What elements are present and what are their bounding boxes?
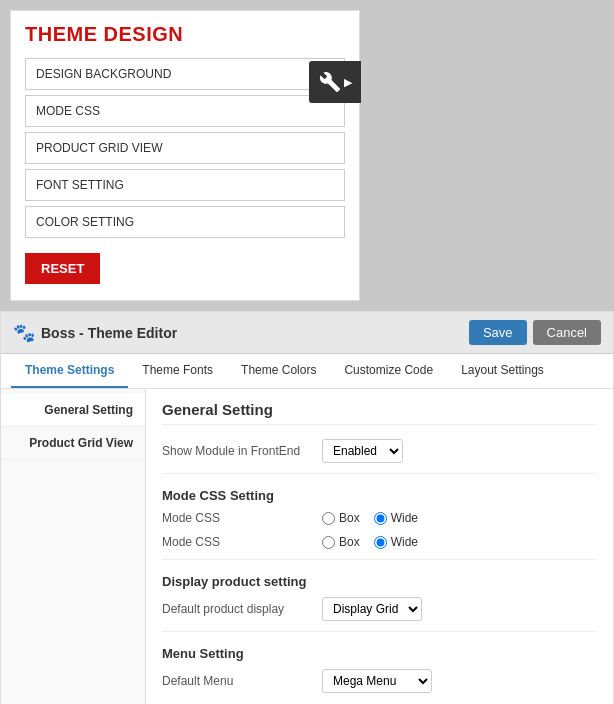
tabs-row: Theme Settings Theme Fonts Theme Colors … (1, 354, 613, 389)
default-product-select[interactable]: Display Grid Display List (322, 597, 422, 621)
main-content-area: General Setting Show Module in FrontEnd … (146, 389, 613, 704)
wrench-icon (319, 71, 341, 93)
show-module-row: Show Module in FrontEnd Enabled Disabled (162, 439, 597, 463)
default-menu-label: Default Menu (162, 674, 322, 688)
header-buttons: Save Cancel (469, 320, 601, 345)
menu-section-title: Menu Setting (162, 646, 597, 661)
show-module-select[interactable]: Enabled Disabled (322, 439, 403, 463)
mode-css-section-title: Mode CSS Setting (162, 488, 597, 503)
display-product-section-title: Display product setting (162, 574, 597, 589)
chevron-right-icon: ▶ (344, 76, 352, 89)
editor-header: 🐾 Boss - Theme Editor Save Cancel (1, 312, 613, 354)
menu-item-font-setting[interactable]: FONT SETTING (25, 169, 345, 201)
mode-css-box-label-2[interactable]: Box (322, 535, 360, 549)
mode-css-row-2: Mode CSS Box Wide (162, 535, 597, 549)
editor-title-wrap: 🐾 Boss - Theme Editor (13, 322, 177, 344)
cancel-button[interactable]: Cancel (533, 320, 601, 345)
menu-item-product-grid-view[interactable]: PRODUCT GRID VIEW (25, 132, 345, 164)
menu-items-list: DESIGN BACKGROUND MODE CSS PRODUCT GRID … (25, 58, 345, 238)
mode-css-wide-radio-1[interactable] (374, 512, 387, 525)
tab-theme-settings[interactable]: Theme Settings (11, 354, 128, 388)
default-menu-select[interactable]: Mega Menu Regular Menu (322, 669, 432, 693)
menu-item-design-background[interactable]: DESIGN BACKGROUND (25, 58, 345, 90)
mode-css-wide-label-1[interactable]: Wide (374, 511, 418, 525)
save-button[interactable]: Save (469, 320, 527, 345)
mode-css-label-1: Mode CSS (162, 511, 322, 525)
settings-sidebar: General Setting Product Grid View (1, 389, 146, 704)
editor-title: Boss - Theme Editor (41, 325, 177, 341)
theme-design-panel: THEME DESIGN DESIGN BACKGROUND MODE CSS … (10, 10, 360, 301)
mode-css-box-radio-1[interactable] (322, 512, 335, 525)
theme-editor-panel: 🐾 Boss - Theme Editor Save Cancel Theme … (0, 311, 614, 704)
mode-css-wide-label-2[interactable]: Wide (374, 535, 418, 549)
reset-button[interactable]: RESET (25, 253, 100, 284)
tab-theme-colors[interactable]: Theme Colors (227, 354, 330, 388)
default-product-label: Default product display (162, 602, 322, 616)
menu-item-color-setting[interactable]: COLOR SETTING (25, 206, 345, 238)
tab-customize-code[interactable]: Customize Code (330, 354, 447, 388)
mode-css-radio-group-1: Box Wide (322, 511, 418, 525)
theme-design-title: THEME DESIGN (25, 23, 345, 46)
default-product-row: Default product display Display Grid Dis… (162, 597, 597, 621)
content-wrap: General Setting Product Grid View Genera… (1, 389, 613, 704)
mode-css-label-2: Mode CSS (162, 535, 322, 549)
mode-css-box-radio-2[interactable] (322, 536, 335, 549)
divider-3 (162, 631, 597, 632)
show-module-label: Show Module in FrontEnd (162, 444, 322, 458)
sidebar-item-general-setting[interactable]: General Setting (1, 394, 145, 427)
tab-theme-fonts[interactable]: Theme Fonts (128, 354, 227, 388)
wrench-button[interactable]: ▶ (309, 61, 361, 103)
mode-css-row-1: Mode CSS Box Wide (162, 511, 597, 525)
boss-icon: 🐾 (13, 322, 35, 344)
tab-layout-settings[interactable]: Layout Settings (447, 354, 558, 388)
menu-item-mode-css[interactable]: MODE CSS (25, 95, 345, 127)
divider-2 (162, 559, 597, 560)
divider-1 (162, 473, 597, 474)
general-setting-title: General Setting (162, 401, 597, 425)
mode-css-box-label-1[interactable]: Box (322, 511, 360, 525)
mode-css-radio-group-2: Box Wide (322, 535, 418, 549)
mode-css-wide-radio-2[interactable] (374, 536, 387, 549)
sidebar-item-product-grid-view[interactable]: Product Grid View (1, 427, 145, 460)
default-menu-row: Default Menu Mega Menu Regular Menu (162, 669, 597, 693)
